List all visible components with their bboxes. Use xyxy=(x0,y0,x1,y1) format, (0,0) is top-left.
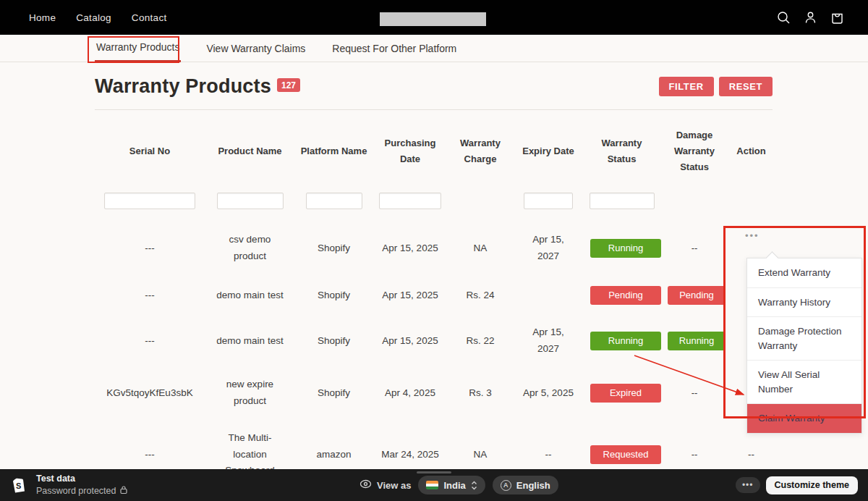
col-header-action: Action xyxy=(728,143,774,159)
table-header-row: Serial No Product Name Platform Name Pur… xyxy=(94,110,774,193)
table-row: --- demo main test Shopify Apr 15, 2025 … xyxy=(94,274,774,317)
col-header-serial: Serial No xyxy=(94,143,205,159)
updown-chevron-icon xyxy=(471,481,477,490)
col-header-damage: Damage Warranty Status xyxy=(660,127,728,175)
damage-status-badge: -- xyxy=(692,239,698,258)
translate-icon: A xyxy=(501,480,511,491)
col-header-status: Warranty Status xyxy=(583,135,660,167)
col-header-purchasing: Purchasing Date xyxy=(373,135,447,167)
account-icon[interactable] xyxy=(803,10,818,25)
svg-text:S: S xyxy=(16,481,21,490)
damage-status-badge: Pending xyxy=(668,286,726,305)
page-title: Warranty Products127 xyxy=(95,75,300,98)
damage-status-badge: -- xyxy=(692,384,698,403)
table-row: KGv5tqoyKfEu3sbK new expire product Shop… xyxy=(94,365,774,421)
cart-icon[interactable] xyxy=(830,10,845,25)
nav-link-home[interactable]: Home xyxy=(29,12,56,23)
col-header-platform: Platform Name xyxy=(294,143,373,159)
menu-item-damage-protection-warranty[interactable]: Damage Protection Warranty xyxy=(747,317,861,361)
eye-icon xyxy=(359,479,372,491)
nav-link-catalog[interactable]: Catalog xyxy=(76,12,111,23)
menu-item-extend-warranty[interactable]: Extend Warranty xyxy=(747,258,861,288)
reset-button[interactable]: RESET xyxy=(719,77,773,96)
status-badge: Requested xyxy=(590,445,661,464)
row-actions-dropdown: Extend Warranty Warranty History Damage … xyxy=(746,258,862,434)
col-header-charge: Warranty Charge xyxy=(447,135,514,167)
status-badge: Expired xyxy=(590,384,661,403)
lock-icon xyxy=(119,485,128,498)
language-selector[interactable]: A English xyxy=(493,476,558,494)
count-badge: 127 xyxy=(277,78,300,92)
menu-item-warranty-history[interactable]: Warranty History xyxy=(747,288,861,318)
tab-bar: Warranty Products View Warranty Claims R… xyxy=(0,35,868,62)
filter-serial-input[interactable] xyxy=(104,193,195,209)
menu-item-claim-warranty[interactable]: Claim Warranty xyxy=(747,404,861,433)
drag-handle[interactable] xyxy=(417,471,451,473)
table-row: --- The Multi-location Snowboard amazon … xyxy=(94,421,774,469)
status-badge: Running xyxy=(590,239,661,258)
tab-warranty-products[interactable]: Warranty Products xyxy=(95,35,181,62)
password-protected-label: Password protected xyxy=(36,485,116,497)
top-navigation-bar: Home Catalog Contact xyxy=(0,0,868,35)
table-row: --- csv demo product Shopify Apr 15, 202… xyxy=(94,223,774,274)
preview-bar: S Test data Password protected xyxy=(0,469,868,501)
search-icon[interactable] xyxy=(776,10,791,25)
filter-purchasing-input[interactable] xyxy=(379,193,441,209)
page-content: Warranty Products View Warranty Claims R… xyxy=(0,35,868,469)
country-selector[interactable]: India xyxy=(418,476,485,494)
store-logo-redacted[interactable] xyxy=(380,12,486,26)
india-flag-icon xyxy=(426,481,438,489)
filter-platform-input[interactable] xyxy=(306,193,362,209)
col-header-product: Product Name xyxy=(205,143,294,159)
view-as-control[interactable]: View as xyxy=(359,479,411,491)
status-badge: Running xyxy=(590,332,661,350)
filter-expiry-input[interactable] xyxy=(524,193,573,209)
table-row: --- demo main test Shopify Apr 15, 2025 … xyxy=(94,317,774,365)
row-actions-menu-trigger[interactable]: ••• xyxy=(745,230,760,241)
main-nav: Home Catalog Contact xyxy=(29,12,166,23)
filter-button[interactable]: FILTER xyxy=(659,77,714,96)
tab-request-other-platform[interactable]: Request For Other Platform xyxy=(331,35,458,62)
more-options-button[interactable]: ••• xyxy=(736,477,760,493)
nav-link-contact[interactable]: Contact xyxy=(132,12,167,23)
customize-theme-button[interactable]: Customize theme xyxy=(766,476,859,494)
menu-item-view-all-serial-number[interactable]: View All Serial Number xyxy=(747,361,861,404)
filter-status-input[interactable] xyxy=(590,193,655,209)
table-filter-row xyxy=(94,193,774,223)
store-name: Test data xyxy=(36,473,128,485)
warranty-table: Serial No Product Name Platform Name Pur… xyxy=(94,110,774,469)
damage-status-badge: Running xyxy=(668,332,726,350)
col-header-expiry: Expiry Date xyxy=(514,143,583,159)
tab-view-warranty-claims[interactable]: View Warranty Claims xyxy=(205,35,307,62)
shopify-bag-icon: S xyxy=(7,473,29,497)
status-badge: Pending xyxy=(590,286,661,305)
filter-product-input[interactable] xyxy=(217,193,284,209)
damage-status-badge: -- xyxy=(692,445,698,464)
